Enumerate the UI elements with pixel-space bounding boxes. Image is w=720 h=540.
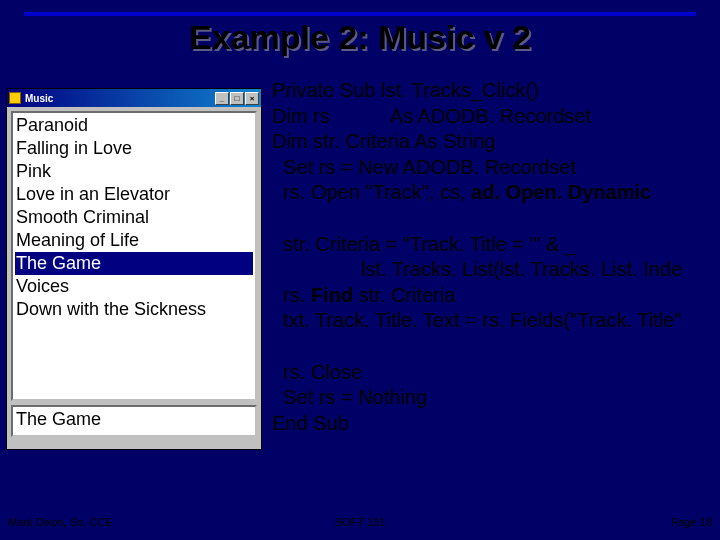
tracks-listbox[interactable]: ParanoidFalling in LovePinkLove in an El…	[11, 111, 257, 401]
maximize-button[interactable]: □	[230, 92, 244, 105]
list-item[interactable]: Down with the Sickness	[15, 298, 253, 321]
list-item[interactable]: Pink	[15, 160, 253, 183]
list-item[interactable]: Falling in Love	[15, 137, 253, 160]
music-window: Music _ □ × ParanoidFalling in LovePinkL…	[6, 88, 262, 450]
list-item[interactable]: Love in an Elevator	[15, 183, 253, 206]
footer-course: SOFT 131	[0, 516, 720, 528]
list-item[interactable]: Voices	[15, 275, 253, 298]
track-title-textbox[interactable]: The Game	[11, 405, 257, 437]
app-icon	[9, 92, 21, 104]
close-button[interactable]: ×	[245, 92, 259, 105]
titlebar[interactable]: Music _ □ ×	[7, 89, 261, 107]
footer-page: Page 18	[671, 516, 712, 528]
list-item[interactable]: The Game	[15, 252, 253, 275]
slide-title: Example 2: Music v 2	[0, 18, 720, 57]
list-item[interactable]: Smooth Criminal	[15, 206, 253, 229]
list-item[interactable]: Meaning of Life	[15, 229, 253, 252]
window-caption: Music	[25, 93, 53, 104]
top-rule	[24, 12, 696, 16]
code-block: Private Sub lst. Tracks_Click() Dim rs A…	[262, 78, 720, 500]
minimize-button[interactable]: _	[215, 92, 229, 105]
list-item[interactable]: Paranoid	[15, 114, 253, 137]
content-row: Music _ □ × ParanoidFalling in LovePinkL…	[6, 78, 720, 500]
